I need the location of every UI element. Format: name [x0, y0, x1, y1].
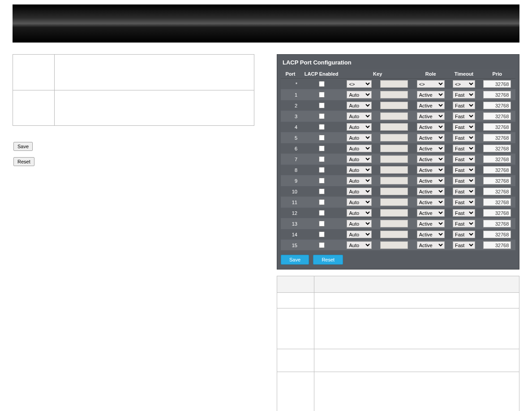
key-mode-select[interactable]: Auto [347, 241, 372, 249]
key-value-input[interactable] [380, 123, 408, 131]
panel-reset-button[interactable]: Reset [313, 255, 343, 265]
key-mode-select[interactable]: Auto [347, 177, 372, 184]
role-select[interactable]: Active [417, 188, 445, 195]
key-mode-select[interactable]: Auto [347, 209, 372, 217]
prio-input[interactable] [483, 112, 511, 120]
key-mode-select[interactable]: Auto [347, 198, 372, 206]
prio-input[interactable] [483, 80, 511, 88]
lacp-enabled-checkbox[interactable] [319, 199, 325, 205]
key-value-input[interactable] [380, 166, 408, 174]
key-value-input[interactable] [380, 241, 408, 249]
key-value-input[interactable] [380, 145, 408, 152]
prio-input[interactable] [483, 134, 511, 141]
prio-input[interactable] [483, 209, 511, 217]
role-select[interactable]: Active [417, 220, 445, 227]
role-select[interactable]: Active [417, 198, 445, 206]
key-mode-select[interactable]: Auto [347, 231, 372, 238]
lacp-enabled-checkbox[interactable] [319, 103, 325, 108]
key-mode-select[interactable]: Auto [347, 102, 372, 109]
timeout-select[interactable]: Fast [453, 112, 475, 120]
prio-input[interactable] [483, 145, 511, 152]
role-select[interactable]: Active [417, 177, 445, 184]
key-value-input[interactable] [380, 134, 408, 141]
role-select[interactable]: Active [417, 134, 445, 141]
key-mode-select[interactable]: Auto [347, 220, 372, 227]
prio-input[interactable] [483, 241, 511, 249]
timeout-select[interactable]: Fast [453, 198, 475, 206]
role-select[interactable]: Active [417, 241, 445, 249]
role-select[interactable]: Active [417, 209, 445, 217]
timeout-select[interactable]: Fast [453, 209, 475, 217]
role-select[interactable]: Active [417, 102, 445, 109]
lacp-enabled-checkbox[interactable] [319, 81, 325, 87]
key-mode-select[interactable]: Auto [347, 91, 372, 98]
timeout-select[interactable]: Fast [453, 220, 475, 227]
timeout-select[interactable]: Fast [453, 91, 475, 98]
lacp-enabled-checkbox[interactable] [319, 113, 325, 119]
timeout-select[interactable]: Fast [453, 231, 475, 238]
timeout-select[interactable]: Fast [453, 188, 475, 195]
timeout-select[interactable]: Fast [453, 123, 475, 131]
prio-input[interactable] [483, 123, 511, 131]
panel-save-button[interactable]: Save [281, 255, 309, 265]
key-value-input[interactable] [380, 209, 408, 217]
prio-input[interactable] [483, 198, 511, 206]
reset-button-left[interactable]: Reset [13, 157, 34, 166]
key-mode-select[interactable]: Auto [347, 188, 372, 195]
key-value-input[interactable] [380, 198, 408, 206]
key-value-input[interactable] [380, 102, 408, 109]
timeout-select[interactable]: Fast [453, 102, 475, 109]
prio-input[interactable] [483, 177, 511, 184]
key-value-input[interactable] [380, 231, 408, 238]
key-value-input[interactable] [380, 112, 408, 120]
key-mode-select[interactable]: Auto [347, 134, 372, 141]
prio-input[interactable] [483, 188, 511, 195]
key-value-input[interactable] [380, 91, 408, 98]
key-value-input[interactable] [380, 220, 408, 227]
prio-input[interactable] [483, 91, 511, 98]
role-select[interactable]: Active [417, 91, 445, 98]
key-mode-select[interactable]: Auto [347, 145, 372, 152]
key-value-input[interactable] [380, 188, 408, 195]
key-mode-select[interactable]: Auto [347, 155, 372, 163]
lacp-enabled-checkbox[interactable] [319, 242, 325, 248]
lacp-enabled-checkbox[interactable] [319, 124, 325, 130]
timeout-select[interactable]: Fast [453, 145, 475, 152]
timeout-select[interactable]: Fast [453, 166, 475, 174]
role-select[interactable]: Active [417, 123, 445, 131]
lacp-enabled-checkbox[interactable] [319, 146, 325, 151]
key-value-input[interactable] [380, 155, 408, 163]
timeout-select[interactable]: Fast [453, 241, 475, 249]
prio-input[interactable] [483, 231, 511, 238]
key-mode-select[interactable]: Auto [347, 166, 372, 174]
timeout-select[interactable]: Fast [453, 155, 475, 163]
role-select[interactable]: Active [417, 231, 445, 238]
timeout-select[interactable]: Fast [453, 177, 475, 184]
lacp-enabled-checkbox[interactable] [319, 167, 325, 173]
prio-input[interactable] [483, 102, 511, 109]
role-select[interactable]: Active [417, 166, 445, 174]
lacp-enabled-checkbox[interactable] [319, 92, 325, 98]
timeout-select[interactable]: <> [453, 80, 475, 88]
prio-input[interactable] [483, 155, 511, 163]
role-select[interactable]: Active [417, 155, 445, 163]
timeout-select[interactable]: Fast [453, 134, 475, 141]
key-mode-select[interactable]: <> [347, 80, 372, 88]
prio-input[interactable] [483, 220, 511, 227]
lacp-enabled-checkbox[interactable] [319, 210, 325, 216]
role-select[interactable]: <> [417, 80, 445, 88]
lacp-enabled-checkbox[interactable] [319, 231, 325, 237]
lacp-enabled-checkbox[interactable] [319, 221, 325, 227]
key-value-input[interactable] [380, 80, 408, 88]
role-select[interactable]: Active [417, 112, 445, 120]
lacp-enabled-checkbox[interactable] [319, 135, 325, 141]
lacp-enabled-checkbox[interactable] [319, 188, 325, 194]
key-mode-select[interactable]: Auto [347, 123, 372, 131]
save-button-left[interactable]: Save [13, 142, 33, 151]
key-value-input[interactable] [380, 177, 408, 184]
lacp-enabled-checkbox[interactable] [319, 178, 325, 184]
role-select[interactable]: Active [417, 145, 445, 152]
lacp-enabled-checkbox[interactable] [319, 156, 325, 162]
prio-input[interactable] [483, 166, 511, 174]
key-mode-select[interactable]: Auto [347, 112, 372, 120]
